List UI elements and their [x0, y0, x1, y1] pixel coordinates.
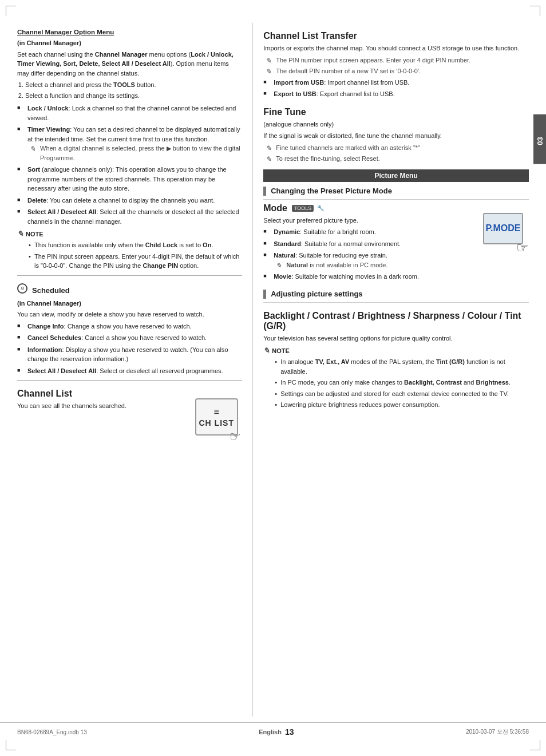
tools-badge-extra: 🔧	[317, 205, 324, 211]
bullet-timer-viewing: Timer Viewing: You can set a desired cha…	[17, 125, 242, 163]
scheduled-header: ⊙ Scheduled	[17, 280, 242, 296]
mode-section: Mode TOOLS 🔧 P.MODE ☞ Select your prefer…	[263, 203, 529, 285]
bullet-sort: Sort (analogue channels only): This oper…	[17, 165, 242, 193]
step-1: Select a channel and press the TOOLS but…	[25, 80, 242, 90]
note-header: ✎ NOTE	[17, 229, 242, 239]
scheduled-bullets: Change Info: Change a show you have rese…	[17, 322, 242, 376]
bullet-export-usb: Export to USB: Export channel list to US…	[263, 89, 529, 99]
pencil-note-natural: Natural is not available in PC mode.	[274, 260, 529, 270]
steps-list: Select a channel and press the TOOLS but…	[17, 80, 242, 100]
backlight-note-header: ✎ NOTE	[263, 346, 529, 355]
fine-tune-title: Fine Tune	[263, 107, 529, 117]
channel-manager-bullets: Lock / Unlock: Lock a channel so that th…	[17, 104, 242, 226]
footer-left: BN68-02689A_Eng.indb 13	[17, 729, 87, 735]
backlight-note-label: NOTE	[272, 347, 290, 354]
note-item-1: This function is available only when the…	[29, 240, 242, 250]
note-item-2: The PIN input screen appears. Enter your…	[29, 252, 242, 271]
chlist-label: CH LIST	[199, 418, 234, 428]
bullet-cancel-schedules: Cancel Schedules: Cancel a show you have…	[17, 333, 242, 343]
bullet-change-info: Change Info: Change a show you have rese…	[17, 322, 242, 331]
left-bar-2	[263, 290, 266, 299]
pencil-note-timer: When a digital channel is selected, pres…	[27, 144, 242, 163]
adjusting-picture-title: Adjusting picture settings	[271, 290, 362, 298]
in-channel-manager-2: (in Channel Manager)	[17, 299, 242, 308]
mode-title-row: Mode TOOLS 🔧	[263, 203, 529, 213]
mode-title: Mode	[263, 203, 287, 213]
bullet-delete: Delete: You can delete a channel to disp…	[17, 196, 242, 205]
note-icon: ✎	[17, 229, 23, 239]
chlist-top-icon: ≡	[214, 407, 219, 417]
footer-right: 2010-03-07 오전 5:36:58	[466, 728, 529, 736]
backlight-note-1: In analogue TV, Ext., AV modes of the PA…	[275, 357, 529, 376]
corner-mark-bl	[6, 740, 16, 750]
fine-tune-section: Fine Tune (analogue channels only) If th…	[263, 107, 529, 164]
tools-badge: TOOLS	[292, 205, 314, 212]
backlight-note-3: Settings can be adjusted and stored for …	[275, 389, 529, 399]
divider-thin-1	[263, 199, 529, 200]
channel-list-title: Channel List	[17, 389, 242, 399]
backlight-note-4: Lowering picture brightness reduces powe…	[275, 400, 529, 410]
channel-list-section: Channel List ≡ CH LIST ☞ You can see all…	[17, 389, 242, 444]
bullet-standard: Standard: Suitable for a normal environm…	[263, 239, 529, 249]
bullet-movie: Movie: Suitable for watching movies in a…	[263, 272, 529, 282]
bullet-dynamic: Dynamic: Suitable for a bright room.	[263, 227, 529, 237]
footer-page: English 13	[259, 727, 294, 737]
pencil-note-asterisk: Fine tuned channels are marked with an a…	[263, 143, 529, 153]
backlight-desc: Your television has several setting opti…	[263, 334, 529, 343]
bullet-information: Information: Display a show you have res…	[17, 345, 242, 364]
step-2: Select a function and change its setting…	[25, 91, 242, 101]
backlight-note: ✎ NOTE In analogue TV, Ext., AV modes of…	[263, 346, 529, 410]
in-channel-manager: (in Channel Manager)	[17, 38, 242, 48]
note-section: ✎ NOTE This function is available only w…	[17, 229, 242, 271]
channel-list-transfer-title: Channel List Transfer	[263, 31, 529, 41]
channel-list-content: ≡ CH LIST ☞ You can see all the channels…	[17, 401, 242, 444]
transfer-bullets: Import from USB: Import channel list fro…	[263, 78, 529, 99]
bullet-lock-unlock: Lock / Unlock: Lock a channel so that th…	[17, 104, 242, 122]
left-column: Channel Manager Option Menu (in Channel …	[17, 23, 252, 717]
note-list: This function is available only when the…	[17, 240, 242, 271]
corner-mark-tl	[6, 6, 16, 16]
right-column: Channel List Transfer Imports or exports…	[252, 23, 529, 717]
backlight-note-2: In PC mode, you can only make changes to…	[275, 378, 529, 387]
clock-icon: ⊙	[17, 283, 27, 294]
content-area: Channel Manager Option Menu (in Channel …	[0, 23, 546, 717]
tab-number: 03	[536, 137, 544, 145]
footer-page-number: 13	[285, 727, 294, 737]
backlight-note-list: In analogue TV, Ext., AV modes of the PA…	[263, 357, 529, 410]
backlight-note-icon: ✎	[263, 346, 270, 355]
page: 03 Basic Features Channel Manager Option…	[0, 0, 546, 756]
divider-1	[17, 275, 242, 276]
bullet-natural: Natural: Suitable for reducing eye strai…	[263, 251, 529, 270]
side-tab: 03 Basic Features	[533, 114, 546, 164]
scheduled-desc: You can view, modify or delete a show yo…	[17, 310, 242, 319]
backlight-title: Backlight / Contrast / Brightness / Shar…	[263, 311, 529, 331]
pencil-note-default-pin: The default PIN number of a new TV set i…	[263, 66, 529, 76]
corner-mark-tr	[530, 6, 540, 16]
preset-picture-mode-title: Changing the Preset Picture Mode	[271, 187, 392, 195]
backlight-section: Backlight / Contrast / Brightness / Shar…	[263, 311, 529, 410]
corner-mark-br	[530, 740, 540, 750]
divider-thin-2	[263, 302, 529, 303]
divider-2	[17, 380, 242, 381]
scheduled-title: Scheduled	[32, 286, 70, 295]
footer: BN68-02689A_Eng.indb 13 English 13 2010-…	[0, 722, 546, 739]
adjusting-picture-header: Adjusting picture settings	[263, 290, 529, 299]
channel-manager-desc: Set each channel using the Channel Manag…	[17, 50, 242, 78]
hand-icon: ☞	[230, 429, 241, 444]
bullet-select-all: Select All / Deselect All: Select all th…	[17, 207, 242, 226]
note-label: NOTE	[26, 231, 43, 238]
chlist-image: ≡ CH LIST ☞	[191, 398, 242, 444]
left-bar-1	[263, 187, 266, 196]
scheduled-section: ⊙ Scheduled (in Channel Manager) You can…	[17, 280, 242, 376]
preset-picture-mode-header: Changing the Preset Picture Mode	[263, 187, 529, 196]
footer-english: English	[259, 729, 282, 735]
pencil-note-pin: The PIN number input screen appears. Ent…	[263, 56, 529, 65]
channel-manager-section: Channel Manager Option Menu (in Channel …	[17, 27, 242, 271]
channel-manager-title: Channel Manager Option Menu	[17, 27, 242, 37]
bullet-select-all-2: Select All / Deselect All: Select or des…	[17, 366, 242, 376]
bullet-import-usb: Import from USB: Import channel list fro…	[263, 78, 529, 88]
pencil-note-reset: To reset the fine-tuning, select Reset.	[263, 154, 529, 164]
mode-content: P.MODE ☞ Select your preferred picture t…	[263, 216, 529, 285]
mode-bullets: Dynamic: Suitable for a bright room. Sta…	[263, 227, 529, 282]
channel-list-transfer-section: Channel List Transfer Imports or exports…	[263, 31, 529, 99]
